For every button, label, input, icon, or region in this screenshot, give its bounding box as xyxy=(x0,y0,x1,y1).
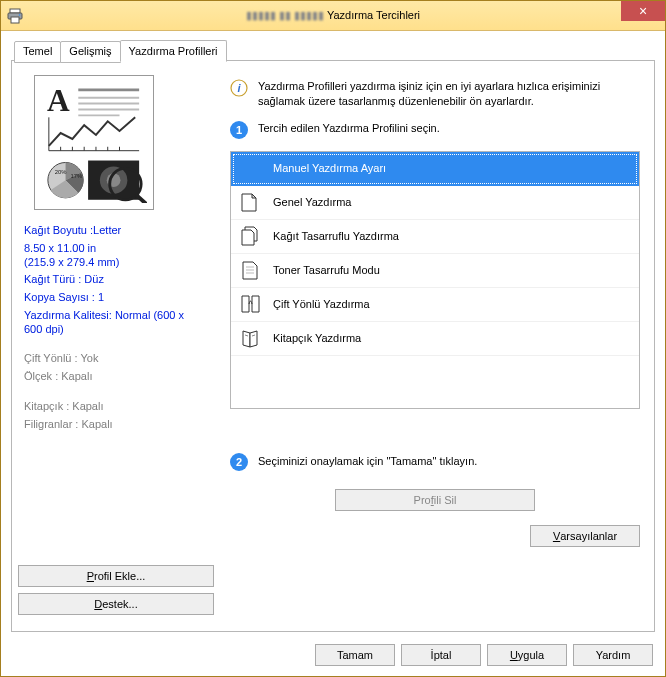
profile-list[interactable]: Manuel Yazdırma Ayarı Genel Yazdırma Kağ… xyxy=(230,151,640,409)
client-area: Temel Gelişmiş Yazdırma Profilleri A xyxy=(1,31,665,676)
support-button[interactable]: Destek... xyxy=(18,593,214,615)
help-button[interactable]: Yardım xyxy=(573,644,653,666)
summary-quality: Yazdırma Kalitesi: Normal (600 x 600 dpi… xyxy=(24,309,204,337)
window-title: Yazdırma Tercihleri xyxy=(327,9,420,21)
cancel-button[interactable]: İptal xyxy=(401,644,481,666)
profile-general[interactable]: Genel Yazdırma xyxy=(231,186,639,220)
summary-watermark: Filigranlar : Kapalı xyxy=(24,418,204,432)
profile-manual[interactable]: Manuel Yazdırma Ayarı xyxy=(231,152,639,186)
apply-button[interactable]: Uygula xyxy=(487,644,567,666)
profile-toner-save[interactable]: Toner Tasarrufu Modu xyxy=(231,254,639,288)
dialog-buttons: Tamam İptal Uygula Yardım xyxy=(315,644,653,666)
info-icon: i xyxy=(230,79,248,97)
tab-panel: A xyxy=(11,60,655,632)
printer-icon xyxy=(7,8,23,24)
booklet-icon xyxy=(239,327,263,349)
summary-duplex: Çift Yönlü : Yok xyxy=(24,352,204,366)
left-button-group: Profil Ekle... Destek... xyxy=(18,565,218,621)
profile-paper-save[interactable]: Kağıt Tasarruflu Yazdırma xyxy=(231,220,639,254)
title-bar: ▮▮▮▮▮ ▮▮ ▮▮▮▮▮ Yazdırma Tercihleri × xyxy=(1,1,665,31)
summary-copies: Kopya Sayısı : 1 xyxy=(24,291,204,305)
svg-rect-0 xyxy=(10,9,20,13)
delete-profile-button: Profili Sil xyxy=(335,489,535,511)
step-1-icon: 1 xyxy=(230,121,248,139)
summary-paper-size: Kağıt Boyutu :Letter xyxy=(24,224,204,238)
profile-label: Genel Yazdırma xyxy=(273,196,351,208)
tab-basic[interactable]: Temel xyxy=(14,41,61,63)
dialog-window: ▮▮▮▮▮ ▮▮ ▮▮▮▮▮ Yazdırma Tercihleri × Tem… xyxy=(0,0,666,677)
defaults-button[interactable]: Varsayılanlar xyxy=(530,525,640,547)
ok-button[interactable]: Tamam xyxy=(315,644,395,666)
step-2-icon: 2 xyxy=(230,453,248,471)
svg-marker-31 xyxy=(242,230,254,245)
profile-booklet[interactable]: Kitapçık Yazdırma xyxy=(231,322,639,356)
profile-duplex[interactable]: Çift Yönlü Yazdırma xyxy=(231,288,639,322)
page-icon xyxy=(239,191,263,213)
info-hint: i Yazdırma Profilleri yazdırma işiniz iç… xyxy=(230,79,640,109)
summary-dimensions: 8.50 x 11.00 in (215.9 x 279.4 mm) xyxy=(24,242,204,270)
tab-strip: Temel Gelişmiş Yazdırma Profilleri xyxy=(14,40,226,62)
svg-text:20%: 20% xyxy=(55,169,68,175)
svg-marker-36 xyxy=(242,296,249,312)
close-icon: × xyxy=(639,4,647,18)
settings-summary: Kağıt Boyutu :Letter 8.50 x 11.00 in (21… xyxy=(24,224,204,431)
svg-text:A: A xyxy=(47,83,70,118)
svg-marker-37 xyxy=(252,296,259,312)
pages-icon xyxy=(239,225,263,247)
profile-label: Toner Tasarrufu Modu xyxy=(273,264,380,276)
page-preview: A xyxy=(34,75,154,210)
left-column: A xyxy=(24,75,204,435)
blank-icon xyxy=(239,157,263,179)
title-blur: ▮▮▮▮▮ ▮▮ ▮▮▮▮▮ xyxy=(246,9,324,21)
svg-line-25 xyxy=(136,195,147,203)
svg-rect-2 xyxy=(11,17,19,23)
toner-icon xyxy=(239,259,263,281)
tab-print-profiles[interactable]: Yazdırma Profilleri xyxy=(120,40,227,62)
info-text: Yazdırma Profilleri yazdırma işiniz için… xyxy=(258,79,640,109)
add-profile-button[interactable]: Profil Ekle... xyxy=(18,565,214,587)
profile-label: Kitapçık Yazdırma xyxy=(273,332,361,344)
step-2-text: Seçiminizi onaylamak için "Tamama" tıkla… xyxy=(258,454,477,469)
svg-marker-29 xyxy=(252,194,256,198)
right-column: i Yazdırma Profilleri yazdırma işiniz iç… xyxy=(230,79,640,547)
summary-paper-type: Kağıt Türü : Düz xyxy=(24,273,204,287)
tab-advanced[interactable]: Gelişmiş xyxy=(60,41,120,63)
svg-point-3 xyxy=(19,14,21,16)
summary-scale: Ölçek : Kapalı xyxy=(24,370,204,384)
profile-label: Manuel Yazdırma Ayarı xyxy=(273,162,386,174)
duplex-icon xyxy=(239,293,263,315)
profile-label: Çift Yönlü Yazdırma xyxy=(273,298,370,310)
step-1-row: 1 Tercih edilen Yazdırma Profilini seçin… xyxy=(230,121,640,139)
profile-label: Kağıt Tasarruflu Yazdırma xyxy=(273,230,399,242)
summary-booklet: Kitapçık : Kapalı xyxy=(24,400,204,414)
step-2-row: 2 Seçiminizi onaylamak için "Tamama" tık… xyxy=(230,453,640,471)
close-button[interactable]: × xyxy=(621,1,665,21)
svg-text:17%: 17% xyxy=(70,173,83,179)
